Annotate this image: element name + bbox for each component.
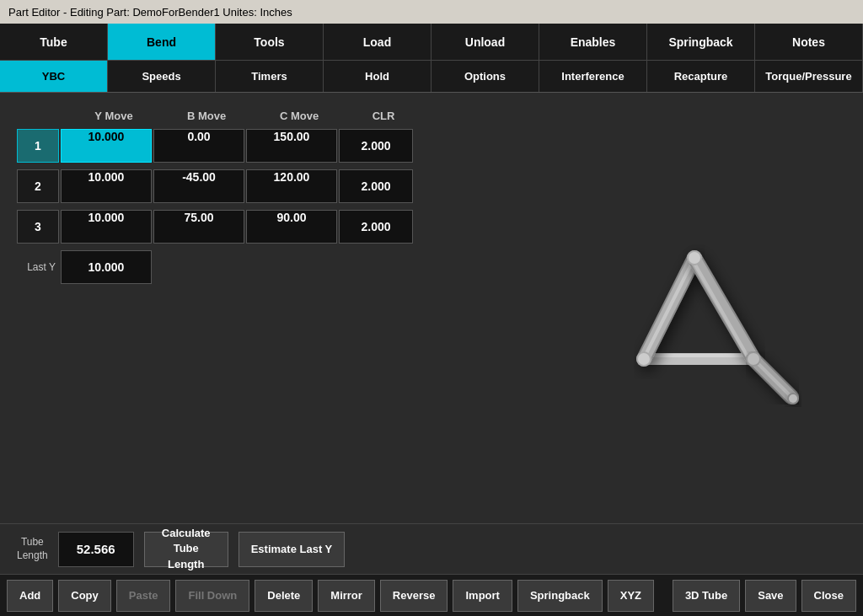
tube-length-label: TubeLength — [17, 536, 48, 562]
fill-down-button[interactable]: Fill Down — [175, 580, 249, 612]
main-content: Y Move B Move C Move CLR 1 10.000 0.00 1… — [0, 93, 863, 523]
table-header-row: Y Move B Move C Move CLR — [17, 110, 506, 122]
left-panel: Y Move B Move C Move CLR 1 10.000 0.00 1… — [0, 93, 543, 523]
table-row: 2 10.000 -45.00 120.00 2.000 — [17, 169, 506, 203]
cell-clr-2[interactable]: 2.000 — [339, 169, 413, 203]
title-bar: Part Editor - Editing Part: DemoForBende… — [0, 0, 863, 24]
title-text: Part Editor - Editing Part: DemoForBende… — [8, 6, 292, 19]
table-row: 3 10.000 75.00 90.00 2.000 — [17, 210, 506, 244]
copy-button[interactable]: Copy — [58, 580, 111, 612]
last-y-value[interactable]: 10.000 — [61, 250, 152, 284]
tube-preview — [568, 174, 838, 443]
close-button[interactable]: Close — [801, 580, 856, 612]
springback-button[interactable]: Springback — [517, 580, 603, 612]
row-number-2[interactable]: 2 — [17, 169, 59, 203]
tube-length-value[interactable]: 52.566 — [58, 532, 134, 567]
cell-ymove-1[interactable]: 10.000 — [61, 129, 152, 163]
tab-ybc[interactable]: YBC — [0, 61, 108, 92]
tab-torque-pressure[interactable]: Torque/Pressure — [755, 61, 863, 92]
tab-notes[interactable]: Notes — [755, 24, 863, 60]
cell-ymove-3[interactable]: 10.000 — [61, 210, 152, 244]
xyz-button[interactable]: XYZ — [608, 580, 654, 612]
cell-bmove-1[interactable]: 0.00 — [153, 129, 244, 163]
cell-cmove-3[interactable]: 90.00 — [246, 210, 337, 244]
col-header-cmove: C Move — [253, 110, 346, 122]
calculate-tube-length-button[interactable]: Calculate Tube Length — [144, 532, 228, 567]
delete-button[interactable]: Delete — [255, 580, 313, 612]
paste-button[interactable]: Paste — [116, 580, 171, 612]
add-button[interactable]: Add — [7, 580, 53, 612]
cell-bmove-3[interactable]: 75.00 — [153, 210, 244, 244]
3d-tube-button[interactable]: 3D Tube — [673, 580, 740, 612]
tab-options[interactable]: Options — [432, 61, 539, 92]
cell-cmove-2[interactable]: 120.00 — [246, 169, 337, 203]
tab-timers[interactable]: Timers — [216, 61, 324, 92]
save-button[interactable]: Save — [745, 580, 796, 612]
cell-cmove-1[interactable]: 150.00 — [246, 129, 337, 163]
bottom-bar: TubeLength 52.566 Calculate Tube Length … — [0, 523, 863, 574]
svg-point-1 — [789, 394, 797, 403]
tab-load[interactable]: Load — [324, 24, 432, 60]
tab-unload[interactable]: Unload — [432, 24, 539, 60]
row-number-1[interactable]: 1 — [17, 129, 59, 163]
second-tab-bar: YBC Speeds Timers Hold Options Interfere… — [0, 61, 863, 93]
svg-point-5 — [748, 353, 759, 365]
last-y-row: Last Y 10.000 — [17, 250, 506, 284]
tab-tools[interactable]: Tools — [216, 24, 324, 60]
cell-bmove-2[interactable]: -45.00 — [153, 169, 244, 203]
top-tab-bar: Tube Bend Tools Load Unload Enables Spri… — [0, 24, 863, 61]
row-number-3[interactable]: 3 — [17, 210, 59, 244]
tab-tube[interactable]: Tube — [0, 24, 108, 60]
cell-clr-1[interactable]: 2.000 — [339, 129, 413, 163]
col-header-bmove: B Move — [160, 110, 253, 122]
reverse-button[interactable]: Reverse — [380, 580, 448, 612]
tab-bend[interactable]: Bend — [108, 24, 216, 60]
tab-speeds[interactable]: Speeds — [108, 61, 216, 92]
tab-interference[interactable]: Interference — [539, 61, 647, 92]
mirror-button[interactable]: Mirror — [318, 580, 375, 612]
tab-recapture[interactable]: Recapture — [647, 61, 755, 92]
import-button[interactable]: Import — [453, 580, 512, 612]
cell-ymove-2[interactable]: 10.000 — [61, 169, 152, 203]
preview-area — [543, 93, 863, 523]
estimate-last-y-button[interactable]: Estimate Last Y — [239, 532, 346, 567]
last-y-label: Last Y — [17, 261, 59, 273]
cell-clr-3[interactable]: 2.000 — [339, 210, 413, 244]
ybc-table: Y Move B Move C Move CLR 1 10.000 0.00 1… — [17, 110, 506, 284]
tab-enables[interactable]: Enables — [539, 24, 647, 60]
bottom-toolbar: Add Copy Paste Fill Down Delete Mirror R… — [0, 574, 863, 616]
col-header-clr: CLR — [346, 110, 421, 122]
table-row: 1 10.000 0.00 150.00 2.000 — [17, 129, 506, 163]
tab-hold[interactable]: Hold — [324, 61, 432, 92]
svg-point-7 — [689, 252, 700, 264]
tab-springback[interactable]: Springback — [647, 24, 755, 60]
svg-point-3 — [638, 353, 650, 365]
col-header-ymove: Y Move — [67, 110, 160, 122]
